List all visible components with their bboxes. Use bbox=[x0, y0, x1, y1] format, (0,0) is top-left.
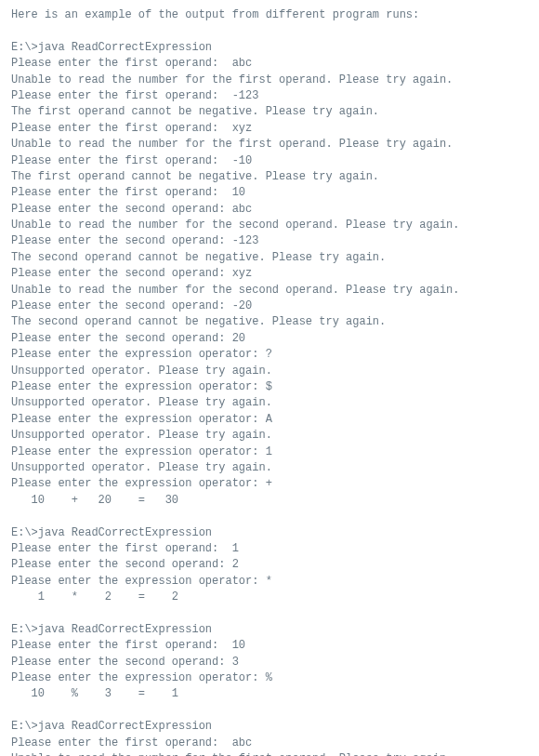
output-line: Please enter the second operand: -123 bbox=[11, 233, 528, 249]
output-line: Unable to read the number for the first … bbox=[11, 751, 528, 756]
output-line bbox=[11, 605, 528, 621]
output-line: Please enter the first operand: -123 bbox=[11, 88, 528, 104]
output-line: Here is an example of the output from di… bbox=[11, 7, 528, 23]
output-line: Unable to read the number for the second… bbox=[11, 218, 528, 233]
output-line: Unsupported operator. Please try again. bbox=[11, 428, 528, 444]
output-line: The first operand cannot be negative. Pl… bbox=[11, 169, 528, 185]
output-line bbox=[11, 703, 528, 719]
output-line: The first operand cannot be negative. Pl… bbox=[11, 104, 528, 120]
output-line: Please enter the second operand: xyz bbox=[11, 266, 528, 282]
output-line: Please enter the second operand: 3 bbox=[11, 655, 528, 670]
output-line: 1 * 2 = 2 bbox=[11, 590, 528, 605]
output-line: E:\>java ReadCorrectExpression bbox=[11, 525, 528, 541]
output-line: 10 + 20 = 30 bbox=[11, 493, 528, 509]
output-line: Please enter the expression operator: 1 bbox=[11, 444, 528, 460]
output-line: Please enter the expression operator: * bbox=[11, 574, 528, 590]
output-line: Please enter the expression operator: ? bbox=[11, 347, 528, 363]
output-line: Please enter the first operand: 10 bbox=[11, 638, 528, 654]
output-line: Please enter the expression operator: $ bbox=[11, 379, 528, 395]
output-line: Unable to read the number for the second… bbox=[11, 283, 528, 298]
output-line: Please enter the first operand: abc bbox=[11, 736, 528, 751]
output-line: Please enter the first operand: xyz bbox=[11, 121, 528, 137]
output-line: Unable to read the number for the first … bbox=[11, 73, 528, 88]
output-line: Please enter the first operand: abc bbox=[11, 56, 528, 72]
output-line: Please enter the second operand: abc bbox=[11, 202, 528, 218]
output-line: 10 % 3 = 1 bbox=[11, 686, 528, 702]
output-line: Unsupported operator. Please try again. bbox=[11, 364, 528, 379]
output-line bbox=[11, 23, 528, 39]
output-line: E:\>java ReadCorrectExpression bbox=[11, 40, 528, 56]
output-line: Unable to read the number for the first … bbox=[11, 137, 528, 153]
output-line: E:\>java ReadCorrectExpression bbox=[11, 719, 528, 735]
output-line: Please enter the first operand: -10 bbox=[11, 153, 528, 169]
output-line: Please enter the expression operator: + bbox=[11, 476, 528, 492]
output-line: Please enter the second operand: 20 bbox=[11, 331, 528, 347]
output-line: Please enter the first operand: 10 bbox=[11, 185, 528, 201]
output-line: Unsupported operator. Please try again. bbox=[11, 460, 528, 476]
output-line: Please enter the second operand: -20 bbox=[11, 298, 528, 314]
output-line: Please enter the second operand: 2 bbox=[11, 557, 528, 573]
output-line bbox=[11, 509, 528, 524]
output-line: Please enter the expression operator: A bbox=[11, 412, 528, 428]
output-line: Please enter the expression operator: % bbox=[11, 670, 528, 686]
output-line: E:\>java ReadCorrectExpression bbox=[11, 622, 528, 638]
console-output: Here is an example of the output from di… bbox=[11, 7, 528, 756]
output-line: The second operand cannot be negative. P… bbox=[11, 314, 528, 330]
output-line: The second operand cannot be negative. P… bbox=[11, 250, 528, 266]
output-line: Unsupported operator. Please try again. bbox=[11, 395, 528, 411]
output-line: Please enter the first operand: 1 bbox=[11, 541, 528, 557]
